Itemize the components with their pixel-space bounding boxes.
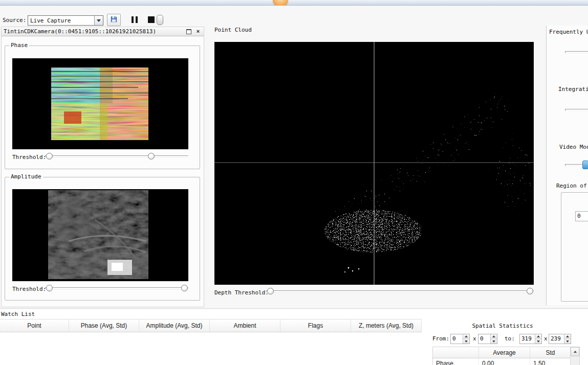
depth-threshold-handle-high[interactable] <box>527 288 533 294</box>
phase-threshold-groove[interactable] <box>45 155 188 157</box>
spin-down-icon[interactable] <box>463 339 469 344</box>
pause-icon <box>132 16 138 23</box>
pause-button[interactable] <box>129 14 140 25</box>
to-x-spinbox[interactable]: 319 <box>519 334 542 344</box>
amplitude-threshold-label: Threshold: <box>12 286 46 292</box>
spatial-statistics-panel: Spatial Statistics From: 0 x 0 to: 319 x… <box>426 318 588 365</box>
spatial-statistics-title: Spatial Statistics <box>426 323 579 329</box>
close-button[interactable]: × <box>194 28 202 35</box>
watch-col-flags[interactable]: Flags <box>280 319 351 332</box>
watch-col-point[interactable]: Point <box>0 319 69 332</box>
watch-col-z[interactable]: Z, meters (Avg, Std) <box>351 319 422 332</box>
spatial-statistics-table: Average Std Phase 0.00 1.50 <box>432 347 580 365</box>
scroll-up-icon[interactable] <box>571 347 579 356</box>
spin-up-icon[interactable] <box>463 334 469 339</box>
spatial-table-header: Average Std <box>433 347 579 358</box>
roi-label: Region of I <box>556 182 588 189</box>
horizontal-splitter[interactable] <box>0 308 588 309</box>
phase-threshold-handle-low[interactable] <box>46 153 53 159</box>
source-label: Source: <box>3 17 26 24</box>
save-button[interactable] <box>107 14 121 26</box>
depth-threshold-slider[interactable] <box>266 288 534 295</box>
depth-threshold-groove[interactable] <box>266 290 534 292</box>
amplitude-image-view <box>12 189 188 281</box>
roi-x-value: 0 <box>576 212 588 221</box>
from-x-value: 0 <box>451 334 463 344</box>
toolbar: Source: Live Capture <box>0 6 588 24</box>
float-icon <box>186 29 191 34</box>
amplitude-image <box>48 190 148 279</box>
integration-slider[interactable] <box>565 109 588 111</box>
watch-list-title: Watch List <box>1 311 35 317</box>
depth-threshold-label: Depth Threshold: <box>214 289 269 296</box>
stop-button[interactable] <box>145 14 157 25</box>
camera-dock-title: TintinCDKCamera(0::0451:9105::1026192102… <box>4 28 156 35</box>
spatial-col-average[interactable]: Average <box>479 347 530 358</box>
spin-up-icon[interactable] <box>491 334 497 339</box>
point-cloud-canvas[interactable] <box>214 42 534 285</box>
spatial-col-name[interactable] <box>433 347 479 358</box>
amplitude-threshold-handle-low[interactable] <box>46 285 53 291</box>
float-button[interactable] <box>185 28 192 35</box>
x-separator-label: x <box>473 335 476 342</box>
phase-group: Phase Thre <box>5 45 200 169</box>
close-icon: × <box>197 29 200 34</box>
phase-group-title: Phase <box>9 42 29 49</box>
spatial-row-average: 0.00 <box>479 358 530 365</box>
phase-image-view <box>12 58 188 149</box>
video-mode-slider-handle[interactable] <box>582 161 588 169</box>
phase-threshold-label: Threshold: <box>12 154 46 161</box>
frequently-used-panel: Frequently Use Integration Video Mode Re… <box>546 26 588 305</box>
camera-dock-panel: TintinCDKCamera(0::0451:9105::1026192102… <box>1 27 204 307</box>
frequently-used-title: Frequently Use <box>549 29 588 35</box>
watch-col-phase[interactable]: Phase (Avg, Std) <box>69 319 139 332</box>
to-y-value: 239 <box>549 334 564 344</box>
spin-up-icon[interactable] <box>535 334 541 339</box>
save-icon <box>110 15 118 25</box>
spin-down-icon[interactable] <box>535 339 541 344</box>
spin-down-icon[interactable] <box>491 339 497 344</box>
amplitude-group: Amplitude Threshold: <box>5 177 200 301</box>
spatial-col-std[interactable]: Std <box>530 347 571 358</box>
spin-down-icon[interactable] <box>564 339 571 344</box>
video-mode-label: Video Mode <box>559 144 588 150</box>
phase-threshold-slider[interactable] <box>45 153 188 160</box>
from-y-spinbox[interactable]: 0 <box>478 334 497 344</box>
camera-dock-titlebar[interactable]: TintinCDKCamera(0::0451:9105::1026192102… <box>2 27 204 36</box>
to-y-spinbox[interactable]: 239 <box>549 334 571 344</box>
spatial-row-std: 1.50 <box>530 358 571 365</box>
integration-label: Integration <box>558 86 588 93</box>
roi-x-spinbox[interactable]: 0 <box>575 211 588 221</box>
phase-image <box>51 67 148 140</box>
watch-col-ambient[interactable]: Ambient <box>210 319 280 332</box>
unscaled-power-slider[interactable] <box>565 51 588 53</box>
window-chrome <box>0 0 588 6</box>
spin-up-icon[interactable] <box>564 334 571 339</box>
depth-threshold-handle-low[interactable] <box>267 288 274 294</box>
chevron-down-icon[interactable] <box>94 16 103 25</box>
source-combobox[interactable]: Live Capture <box>28 15 103 26</box>
to-x-value: 319 <box>520 334 535 344</box>
from-label: From: <box>432 335 449 342</box>
stop-icon <box>148 16 155 23</box>
phase-threshold-handle-high[interactable] <box>148 153 155 159</box>
amplitude-threshold-groove[interactable] <box>45 287 188 289</box>
amplitude-group-title: Amplitude <box>9 173 43 180</box>
point-cloud-panel: Point Cloud <box>207 26 545 305</box>
from-y-value: 0 <box>478 334 490 344</box>
toolbar-slider-handle[interactable] <box>157 15 163 25</box>
watch-col-amplitude[interactable]: Amplitude (Avg, Std) <box>139 319 210 332</box>
table-row: Phase 0.00 1.50 <box>433 358 579 365</box>
spatial-row-name: Phase <box>433 358 479 365</box>
to-label: to: <box>505 335 515 342</box>
amplitude-threshold-slider[interactable] <box>45 285 188 292</box>
from-x-spinbox[interactable]: 0 <box>450 334 470 344</box>
point-cloud-title: Point Cloud <box>214 27 252 33</box>
spatial-table-scrollbar[interactable] <box>570 347 579 365</box>
x-separator-label-2: x <box>544 335 548 342</box>
watch-list-header: Point Phase (Avg, Std) Amplitude (Avg, S… <box>0 319 422 332</box>
roi-group: 0 <box>561 192 588 302</box>
point-cloud-render <box>214 42 534 285</box>
source-combobox-value: Live Capture <box>28 17 94 24</box>
amplitude-threshold-handle-high[interactable] <box>181 285 188 291</box>
